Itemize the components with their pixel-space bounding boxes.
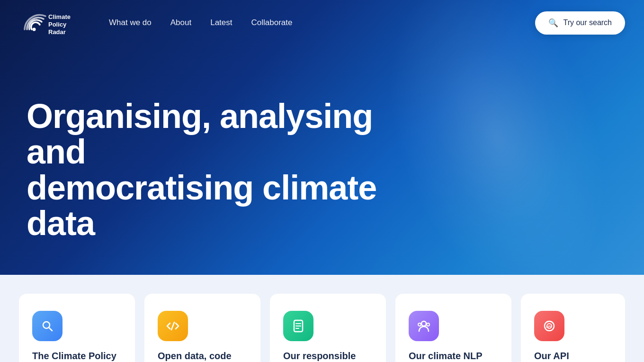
card-title-1: Open data, code and ML models — [158, 350, 247, 362]
card-nlp-community[interactable]: Our climate NLP community — [395, 294, 511, 362]
card-icon-search — [32, 311, 63, 341]
card-climate-policy-radar-app[interactable]: The Climate Policy Radar app — [19, 294, 135, 362]
svg-text:API: API — [546, 325, 551, 328]
nav-collaborate[interactable]: Collaborate — [251, 18, 293, 27]
hero-title: Organising, analysing and democratising … — [27, 99, 415, 242]
svg-text:Radar: Radar — [48, 28, 66, 36]
hero-content: Organising, analysing and democratising … — [0, 99, 441, 242]
main-nav: Climate Policy Radar What we do About La… — [0, 0, 644, 45]
card-responsible-ai[interactable]: Our responsible approach to AI — [270, 294, 386, 362]
card-icon-code — [158, 311, 188, 341]
svg-line-5 — [49, 328, 53, 331]
svg-point-11 — [421, 321, 426, 326]
card-icon-document — [283, 311, 313, 341]
card-title-0: The Climate Policy Radar app — [32, 350, 122, 362]
card-title-4: Our API — [534, 350, 612, 362]
nav-about[interactable]: About — [170, 18, 191, 27]
svg-text:Policy: Policy — [48, 21, 67, 28]
logo[interactable]: Climate Policy Radar — [19, 9, 80, 37]
card-open-data[interactable]: Open data, code and ML models — [144, 294, 260, 362]
card-title-2: Our responsible approach to AI — [283, 350, 373, 362]
svg-point-13 — [427, 323, 429, 326]
search-icon: 🔍 — [548, 18, 558, 28]
card-icon-community — [409, 311, 439, 341]
svg-point-12 — [418, 323, 421, 326]
cards-section: The Climate Policy Radar app Open data, … — [0, 275, 644, 362]
svg-line-6 — [171, 322, 174, 330]
svg-point-0 — [33, 28, 36, 31]
search-button-label: Try our search — [563, 18, 612, 27]
nav-what-we-do[interactable]: What we do — [109, 18, 152, 27]
cards-wrapper: The Climate Policy Radar app Open data, … — [0, 275, 644, 362]
svg-text:Climate: Climate — [48, 13, 71, 20]
search-button[interactable]: 🔍 Try our search — [535, 11, 625, 35]
nav-links: What we do About Latest Collaborate — [109, 18, 292, 27]
card-title-3: Our climate NLP community — [409, 350, 498, 362]
card-api[interactable]: API Our API — [521, 294, 625, 362]
nav-latest[interactable]: Latest — [210, 18, 232, 27]
card-icon-api: API — [534, 311, 564, 341]
